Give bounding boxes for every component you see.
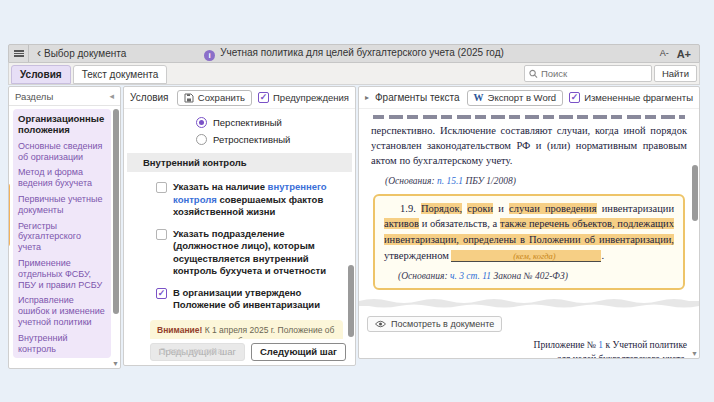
fragments-title: Фрагменты текста xyxy=(375,92,459,103)
checkbox-internal-control-presence[interactable]: Указать на наличие внутреннего контроля … xyxy=(156,181,341,219)
expand-panel-icon[interactable]: ▸ xyxy=(365,93,369,102)
conditions-title: Условия xyxy=(130,92,169,103)
save-label: Сохранить xyxy=(198,92,245,103)
next-step-button[interactable]: Следующий шаг xyxy=(251,343,346,361)
conditions-scroll-area: Перспективный Ретроспективный Внутренний… xyxy=(124,109,355,339)
font-size-controls: A- A+ xyxy=(660,48,699,60)
back-button[interactable]: ‹ Выбор документа xyxy=(29,48,134,59)
background-text: О том, как орга xyxy=(159,346,239,356)
back-chevron-icon: ‹ xyxy=(37,47,41,59)
search-box xyxy=(524,65,652,82)
checkbox-checked-icon: ✓ xyxy=(569,92,580,103)
sidebar-item[interactable]: Применение отдельных ФСБУ, ПБУ и правил … xyxy=(18,258,106,290)
sidebar-item[interactable]: Метод и форма ведения бухучета xyxy=(18,167,106,189)
export-word-label: Экспорт в Word xyxy=(488,92,557,103)
export-word-button[interactable]: W Экспорт в Word xyxy=(467,90,564,106)
changed-fragments-checkbox[interactable]: ✓ Измененные фрагменты xyxy=(569,92,693,103)
save-button[interactable]: Сохранить xyxy=(177,90,252,106)
sidebar-scrollbar[interactable] xyxy=(113,109,119,314)
info-icon[interactable]: i xyxy=(204,50,215,61)
document-title: Учетная политика для целей бухгалтерског… xyxy=(220,47,504,58)
search-area: Найти xyxy=(524,65,697,82)
word-icon: W xyxy=(474,92,484,103)
sidebar-item[interactable]: Основные средства xyxy=(18,368,106,369)
sections-sidebar: Разделы ◂ Организационные положения Осно… xyxy=(8,86,121,369)
sidebar-scroll-down-icon[interactable]: ▼ xyxy=(112,360,119,367)
fragments-scroll-area: перспективно. Исключение составляют случ… xyxy=(359,109,699,359)
collapse-sidebar-icon[interactable]: ◂ xyxy=(109,91,114,101)
back-label: Выбор документа xyxy=(44,48,126,59)
clipped-text-line xyxy=(373,115,685,119)
sidebar-item[interactable]: Основные сведения об организации xyxy=(18,141,106,163)
tab-bar: Условия Текст документа Найти xyxy=(8,63,700,85)
sidebar-item-org-polozheniya[interactable]: Организационные положения xyxy=(18,113,106,136)
checkbox-control-department[interactable]: Указать подразделение (должностное лицо)… xyxy=(156,228,341,278)
warnings-label: Предупреждения xyxy=(273,92,349,103)
view-in-document-button[interactable]: Посмотреть в документе xyxy=(367,316,502,332)
sidebar-item[interactable]: Внутренний контроль xyxy=(18,333,106,355)
checkbox-checked-icon: ✓ xyxy=(258,92,269,103)
sidebar-item[interactable]: Регистры бухгалтерского учета xyxy=(18,221,106,253)
search-input[interactable] xyxy=(541,68,647,79)
radio-selected-icon xyxy=(196,117,207,128)
eye-icon xyxy=(375,320,386,328)
search-submit-button[interactable]: Найти xyxy=(654,65,697,82)
tab-conditions[interactable]: Условия xyxy=(11,65,71,84)
section-progress-marker xyxy=(8,183,10,247)
conditions-scrollbar[interactable] xyxy=(348,265,354,337)
legal-basis: (Основания: ч. 3 ст. 11 Закона № 402-ФЗ) xyxy=(384,271,674,281)
page-break-separator xyxy=(359,296,699,310)
fill-in-blank: (кем, когда) xyxy=(451,250,601,263)
radio-retrospective[interactable]: Ретроспективный xyxy=(196,134,345,145)
legal-basis: (Основания: п. 15.1 ПБУ 1/2008) xyxy=(371,176,687,186)
warnings-checkbox[interactable]: ✓ Предупреждения xyxy=(258,92,349,103)
fragment-paragraph: перспективно. Исключение составляют случ… xyxy=(371,123,687,169)
topbar: ‹ Выбор документа iУчетная политика для … xyxy=(8,44,700,63)
fragments-scroll-down-icon[interactable]: ▼ xyxy=(691,350,698,357)
conditions-panel: Условия Сохранить ✓ Предупреждения xyxy=(123,86,356,366)
font-decrease-button[interactable]: A- xyxy=(660,48,669,60)
checkbox-unchecked-icon xyxy=(156,182,167,193)
checkbox-inventory-regulation[interactable]: ✓ В организации утверждено Положение об … xyxy=(156,287,341,312)
hamburger-icon xyxy=(14,49,24,58)
highlighted-fragment: 1.9. Порядок, сроки и случаи проведения … xyxy=(373,194,685,290)
basis-link[interactable]: ч. 3 ст. 11 xyxy=(450,271,491,281)
app-window: ‹ Выбор документа iУчетная политика для … xyxy=(8,44,700,85)
view-in-document-label: Посмотреть в документе xyxy=(391,319,494,329)
appendix-header: Приложение № 1 к Учетной политике для це… xyxy=(371,338,687,359)
active-section-group: Организационные положения Основные сведе… xyxy=(13,109,111,358)
basis-link[interactable]: п. 15.1 xyxy=(437,176,463,186)
sidebar-header: Разделы xyxy=(15,91,53,102)
fragments-panel: ▸ Фрагменты текста W Экспорт в Word ✓ Из… xyxy=(358,86,700,359)
checkbox-checked-icon: ✓ xyxy=(156,288,167,299)
group-header-internal-control: Внутренний контроль xyxy=(127,153,352,172)
menu-button[interactable] xyxy=(9,45,29,62)
tab-document-text[interactable]: Текст документа xyxy=(73,65,168,84)
fragments-scrollbar[interactable] xyxy=(692,165,698,221)
search-icon xyxy=(529,69,538,79)
sidebar-item[interactable]: Первичные учетные документы xyxy=(18,194,106,216)
radio-unselected-icon xyxy=(196,134,207,145)
checkbox-unchecked-icon xyxy=(156,229,167,240)
wizard-footer: О том, как орга Предыдущий шаг Следующий… xyxy=(125,339,354,364)
radio-prospective[interactable]: Перспективный xyxy=(196,117,345,128)
font-increase-button[interactable]: A+ xyxy=(677,48,691,60)
save-icon xyxy=(184,93,194,103)
changed-fragments-label: Измененные фрагменты xyxy=(584,92,693,103)
warning-note: Внимание! К 1 апреля 2025 г. Положение о… xyxy=(150,320,343,339)
sidebar-item[interactable]: Исправление ошибок и изменение учетной п… xyxy=(18,295,106,327)
